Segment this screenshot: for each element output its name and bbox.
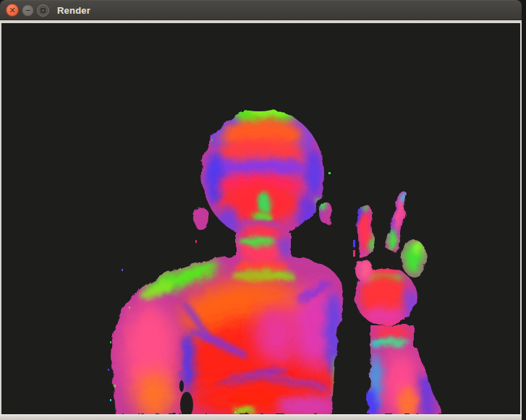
window-title: Render (57, 5, 90, 16)
window-frame-bottom[interactable] (0, 414, 522, 420)
render-canvas (1, 23, 520, 414)
minimize-button[interactable]: − (22, 4, 34, 17)
render-window: ✕ − Render (0, 0, 522, 420)
maximize-button[interactable] (37, 4, 49, 17)
maximize-icon (41, 8, 46, 13)
close-button[interactable]: ✕ (6, 4, 19, 17)
close-icon: ✕ (9, 7, 15, 14)
minimize-icon: − (25, 7, 30, 14)
titlebar[interactable]: ✕ − Render (0, 0, 522, 20)
render-viewport (0, 23, 522, 414)
